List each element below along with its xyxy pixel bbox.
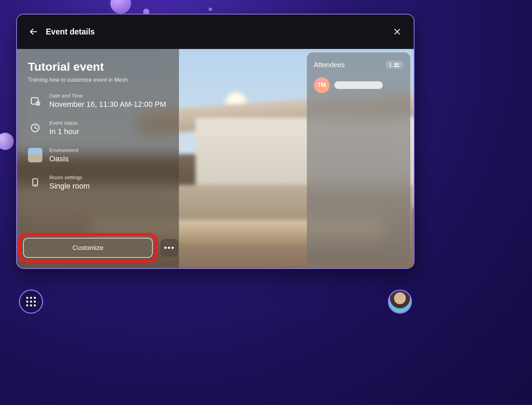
event-subtitle: Training how to customize event in Mesh. — [28, 77, 168, 83]
attendee-name-redacted — [334, 81, 383, 89]
more-actions-button[interactable]: ••• — [160, 239, 178, 257]
modal-body: Tutorial event Training how to customize… — [17, 49, 414, 268]
attendees-panel: Attendees 1 TM — [307, 52, 410, 265]
modal-header: Event details — [17, 14, 414, 49]
back-button[interactable] — [27, 26, 40, 38]
arrow-left-icon — [29, 27, 38, 36]
datetime-value: November 16, 11:30 AM-12:00 PM — [49, 100, 166, 109]
app-menu-button[interactable] — [19, 290, 43, 314]
modal-title: Event details — [46, 27, 391, 37]
attendees-count-badge: 1 — [385, 61, 403, 69]
attendee-avatar: TM — [314, 77, 330, 93]
environment-thumbnail — [28, 148, 42, 162]
attendees-label: Attendees — [314, 61, 345, 69]
calendar-icon — [28, 93, 42, 108]
room-icon — [28, 175, 42, 190]
status-value: In 1 hour — [49, 127, 79, 136]
attendees-header: Attendees 1 — [314, 61, 403, 69]
customize-highlight: Customize — [20, 234, 156, 261]
room-value: Single room — [49, 182, 90, 191]
event-details-modal: Event details Tutorial event Training ho… — [16, 14, 414, 269]
clock-icon — [28, 121, 42, 135]
event-datetime-row: Date and Time November 16, 11:30 AM-12:0… — [28, 93, 168, 109]
attendee-row[interactable]: TM — [314, 77, 403, 93]
event-info-panel: Tutorial event Training how to customize… — [17, 49, 179, 268]
user-avatar-button[interactable] — [388, 290, 412, 314]
close-button[interactable] — [391, 26, 403, 38]
customize-button[interactable]: Customize — [23, 238, 153, 258]
datetime-label: Date and Time — [49, 93, 166, 99]
room-label: Room settings — [49, 174, 90, 180]
event-environment-row: Environment Oasis — [28, 147, 168, 163]
status-label: Event status — [49, 120, 79, 126]
ellipsis-icon: ••• — [164, 243, 174, 253]
svg-point-8 — [395, 63, 397, 65]
event-title: Tutorial event — [28, 60, 168, 73]
event-room-row: Room settings Single room — [28, 174, 168, 191]
svg-rect-3 — [31, 98, 38, 104]
attendees-count: 1 — [389, 62, 392, 68]
event-actions: Customize ••• — [17, 228, 200, 268]
decorative-orb — [110, 0, 131, 14]
decorative-orb — [209, 8, 212, 11]
decorative-orb — [0, 133, 14, 150]
environment-value: Oasis — [49, 154, 78, 163]
svg-point-9 — [397, 63, 399, 65]
event-status-row: Event status In 1 hour — [28, 120, 168, 136]
grid-icon — [26, 297, 36, 306]
close-icon — [393, 28, 401, 36]
environment-label: Environment — [49, 147, 78, 153]
people-icon — [394, 62, 400, 67]
